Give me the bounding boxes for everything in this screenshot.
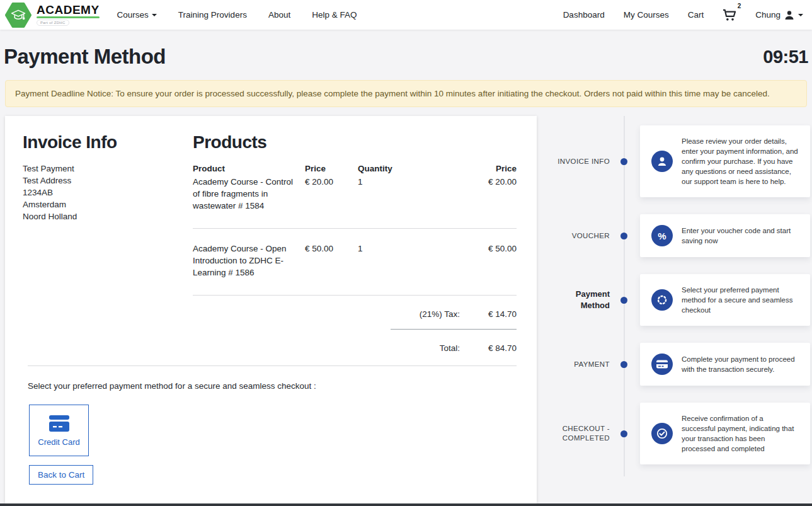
invoice-line: Amsterdam — [23, 198, 193, 210]
step-voucher: VOUCHER % Enter your voucher code and st… — [554, 214, 812, 257]
tax-value: € 14.70 — [477, 309, 517, 319]
invoice-info-section: Invoice Info Test Payment Test Address 1… — [23, 132, 193, 363]
total-label: Total: — [440, 343, 460, 353]
product-price: € 20.00 — [305, 176, 358, 212]
step-dot — [620, 430, 627, 437]
cart-icon — [723, 9, 736, 21]
chevron-down-icon — [798, 14, 803, 16]
step-label-active: Payment Method — [554, 289, 610, 311]
total-value: € 84.70 — [477, 343, 517, 353]
user-name: Chung — [755, 10, 781, 20]
nav-training-providers[interactable]: Training Providers — [178, 10, 247, 20]
section-divider — [28, 365, 517, 366]
product-quantity: 1 — [358, 243, 427, 279]
graduation-cap-icon — [5, 2, 31, 28]
spinner-icon — [651, 289, 673, 311]
col-product: Product — [193, 163, 305, 175]
invoice-line: Noord Holland — [23, 210, 193, 222]
credit-card-icon — [47, 414, 72, 433]
step-description: Please review your order details, enter … — [682, 136, 799, 187]
step-card: % Enter your voucher code and start savi… — [640, 214, 810, 257]
academy-logo[interactable]: ACADEMY Part of ZDHC — [5, 2, 100, 28]
step-card: Complete your payment to proceed with th… — [640, 343, 810, 386]
row-divider — [193, 295, 517, 296]
main-nav: Courses Training Providers About Help & … — [117, 10, 357, 20]
nav-courses[interactable]: Courses — [117, 10, 157, 20]
order-summary-card: Invoice Info Test Payment Test Address 1… — [5, 116, 537, 503]
step-label: PAYMENT — [554, 360, 610, 369]
step-dot — [620, 158, 627, 165]
payment-method-prompt: Select your preferred payment method for… — [28, 381, 517, 391]
product-name: Academy Course - Open Introduction to ZD… — [193, 243, 305, 279]
countdown-timer: 09:51 — [763, 47, 808, 67]
total-row: Total: € 84.70 — [193, 343, 517, 353]
step-label: VOUCHER — [554, 231, 610, 241]
col-quantity: Quantity — [358, 163, 427, 175]
credit-card-option[interactable]: Credit Card — [29, 405, 89, 456]
col-total-price: Price — [427, 163, 517, 175]
nav-dashboard[interactable]: Dashboard — [563, 10, 605, 20]
step-payment: PAYMENT Complete your payment to proceed… — [554, 343, 812, 386]
page-header: Payment Method 09:51 — [0, 30, 812, 79]
step-dot — [620, 361, 627, 368]
invoice-line: Test Payment — [23, 163, 193, 175]
product-quantity: 1 — [358, 176, 427, 212]
brand-underline — [37, 16, 100, 18]
totals-divider — [391, 329, 517, 330]
credit-card-icon — [651, 354, 673, 375]
invoice-line: 1234AB — [23, 187, 193, 198]
user-menu[interactable]: Chung — [755, 10, 803, 20]
brand-name: ACADEMY — [37, 4, 100, 16]
tax-label: (21%) Tax: — [420, 309, 460, 319]
chevron-down-icon — [152, 14, 157, 16]
footer-edge — [0, 503, 812, 506]
step-invoice-info: INVOICE INFO Please review your order de… — [554, 125, 812, 197]
step-payment-method: Payment Method Select your preferred pay… — [554, 274, 812, 326]
user-icon — [651, 151, 673, 172]
step-description: Select your preferred payment method for… — [682, 285, 799, 315]
products-table-header: Product Price Quantity Price — [193, 163, 517, 175]
step-description: Complete your payment to proceed with th… — [682, 354, 799, 374]
nav-my-courses[interactable]: My Courses — [624, 10, 669, 20]
invoice-line: Test Address — [23, 175, 193, 187]
products-heading: Products — [193, 132, 517, 152]
top-navbar: ACADEMY Part of ZDHC Courses Training Pr… — [0, 0, 812, 30]
step-label: CHECKOUT - COMPLETED — [554, 424, 610, 443]
products-section: Products Product Price Quantity Price Ac… — [193, 132, 517, 363]
user-nav: Dashboard My Courses Cart 2 Chung — [563, 9, 803, 21]
col-price: Price — [305, 163, 358, 175]
step-card: Select your preferred payment method for… — [640, 274, 810, 326]
step-label: INVOICE INFO — [554, 157, 610, 166]
payment-deadline-notice: Payment Deadline Notice: To ensure your … — [5, 80, 807, 107]
step-dot — [620, 297, 627, 304]
checkout-steps-sidebar: INVOICE INFO Please review your order de… — [554, 116, 812, 488]
invoice-info-heading: Invoice Info — [23, 132, 193, 152]
table-row: Academy Course - Open Introduction to ZD… — [193, 243, 517, 295]
nav-help-faq[interactable]: Help & FAQ — [312, 10, 357, 20]
product-line-total: € 20.00 — [427, 176, 517, 212]
step-description: Receive confirmation of a successful pay… — [682, 413, 799, 454]
tax-row: (21%) Tax: € 14.70 — [193, 309, 517, 319]
product-line-total: € 50.00 — [427, 243, 517, 279]
percent-icon: % — [651, 225, 673, 246]
step-checkout-completed: CHECKOUT - COMPLETED Receive confirmatio… — [554, 403, 812, 464]
step-description: Enter your voucher code and start saving… — [682, 226, 799, 246]
product-name: Academy Course - Control of fibre fragme… — [193, 176, 305, 212]
user-icon — [784, 10, 794, 20]
step-card: Please review your order details, enter … — [640, 125, 810, 197]
main-content: Invoice Info Test Payment Test Address 1… — [0, 116, 812, 503]
cart-count-badge: 2 — [738, 3, 741, 9]
brand-tagline: Part of ZDHC — [37, 20, 69, 26]
table-row: Academy Course - Control of fibre fragme… — [193, 176, 517, 228]
check-circle-icon — [651, 423, 673, 444]
step-card: Receive confirmation of a successful pay… — [640, 403, 810, 464]
back-to-cart-button[interactable]: Back to Cart — [29, 465, 93, 485]
product-price: € 50.00 — [305, 243, 358, 279]
nav-about[interactable]: About — [268, 10, 290, 20]
row-divider — [193, 228, 517, 229]
cart-button[interactable]: 2 — [723, 9, 736, 21]
nav-cart[interactable]: Cart — [688, 10, 704, 20]
credit-card-label: Credit Card — [38, 437, 79, 447]
page-title: Payment Method — [4, 45, 166, 69]
step-dot — [620, 233, 627, 239]
